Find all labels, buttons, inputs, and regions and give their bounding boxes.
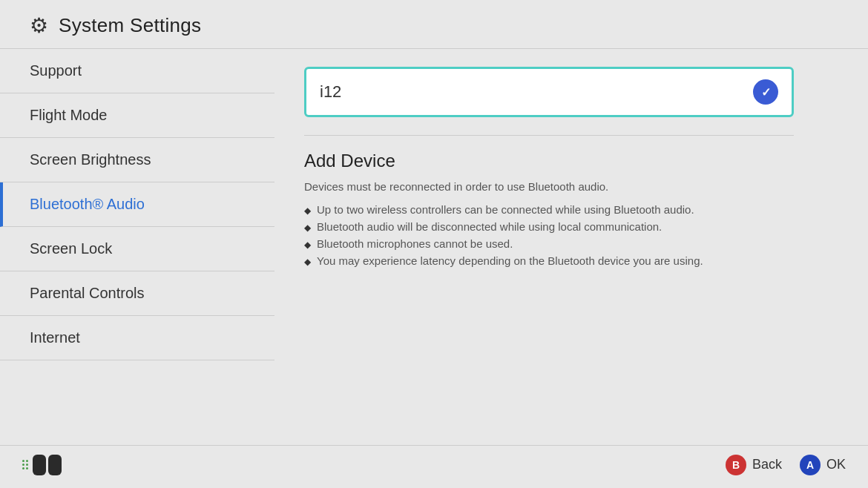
joy-con-left — [33, 455, 46, 475]
footer-right: B Back A OK — [726, 455, 846, 475]
bullet-text: Up to two wireless controllers can be co… — [317, 203, 694, 216]
list-item: ◆ Bluetooth microphones cannot be used. — [304, 237, 838, 250]
b-button-circle: B — [726, 455, 746, 475]
device-name-text: i12 — [320, 82, 753, 102]
list-item: ◆ You may experience latency depending o… — [304, 254, 838, 267]
bullet-text: Bluetooth microphones cannot be used. — [317, 237, 513, 250]
sidebar-item-support[interactable]: Support — [0, 49, 274, 93]
sidebar-item-label: Flight Mode — [30, 107, 108, 123]
sidebar-item-label: Screen Lock — [30, 240, 112, 257]
sidebar: Support Flight Mode Screen Brightness Bl… — [0, 49, 274, 445]
ok-label: OK — [826, 457, 846, 472]
device-name-input-box[interactable]: i12 ✓ — [304, 67, 794, 117]
device-input-container: i12 ✓ — [304, 67, 838, 117]
list-item: ◆ Up to two wireless controllers can be … — [304, 203, 838, 216]
sidebar-item-bluetooth-audio[interactable]: Bluetooth® Audio — [0, 182, 274, 227]
sidebar-item-flight-mode[interactable]: Flight Mode — [0, 93, 274, 138]
joy-con-body — [33, 455, 62, 475]
sidebar-item-label: Support — [30, 62, 82, 79]
bullet-text: You may experience latency depending on … — [317, 254, 703, 267]
sidebar-item-label: Parental Controls — [30, 285, 145, 301]
sidebar-item-label: Bluetooth® Audio — [30, 196, 145, 212]
bullet-text: Bluetooth audio will be disconnected whi… — [317, 220, 662, 233]
page-title: System Settings — [59, 14, 201, 37]
footer: B Back A OK — [0, 445, 868, 484]
dot-grid — [22, 460, 28, 469]
ok-button[interactable]: A OK — [800, 455, 846, 475]
bullet-icon: ◆ — [304, 222, 311, 233]
add-device-description: Devices must be reconnected in order to … — [304, 180, 838, 193]
dot — [26, 464, 28, 466]
a-button-circle: A — [800, 455, 821, 475]
back-label: Back — [752, 457, 782, 472]
section-divider — [304, 135, 794, 136]
bullet-list: ◆ Up to two wireless controllers can be … — [304, 203, 838, 267]
gear-icon: ⚙ — [30, 13, 48, 38]
content-area: i12 ✓ Add Device Devices must be reconne… — [274, 49, 868, 445]
sidebar-item-internet[interactable]: Internet — [0, 316, 274, 360]
add-device-section: Add Device Devices must be reconnected i… — [304, 151, 838, 267]
joy-con-right — [48, 455, 62, 475]
footer-left — [22, 455, 62, 475]
dot — [26, 467, 28, 469]
a-button-label: A — [806, 459, 814, 471]
bullet-icon: ◆ — [304, 205, 311, 216]
sidebar-item-label: Internet — [30, 329, 80, 346]
joy-con-icon — [22, 455, 62, 475]
checkmark-icon: ✓ — [761, 85, 771, 99]
dot — [22, 467, 24, 469]
list-item: ◆ Bluetooth audio will be disconnected w… — [304, 220, 838, 233]
add-device-title: Add Device — [304, 151, 838, 171]
header: ⚙ System Settings — [0, 0, 868, 49]
sidebar-item-parental-controls[interactable]: Parental Controls — [0, 271, 274, 316]
b-button-label: B — [732, 459, 740, 471]
dot — [22, 460, 24, 462]
main-layout: Support Flight Mode Screen Brightness Bl… — [0, 49, 868, 445]
bullet-icon: ◆ — [304, 257, 311, 267]
confirm-check-icon: ✓ — [753, 79, 778, 105]
sidebar-item-label: Screen Brightness — [30, 151, 151, 168]
sidebar-item-screen-brightness[interactable]: Screen Brightness — [0, 138, 274, 182]
dot — [26, 460, 28, 462]
bullet-icon: ◆ — [304, 240, 311, 250]
sidebar-item-screen-lock[interactable]: Screen Lock — [0, 227, 274, 271]
back-button[interactable]: B Back — [726, 455, 782, 475]
dot — [22, 464, 24, 466]
